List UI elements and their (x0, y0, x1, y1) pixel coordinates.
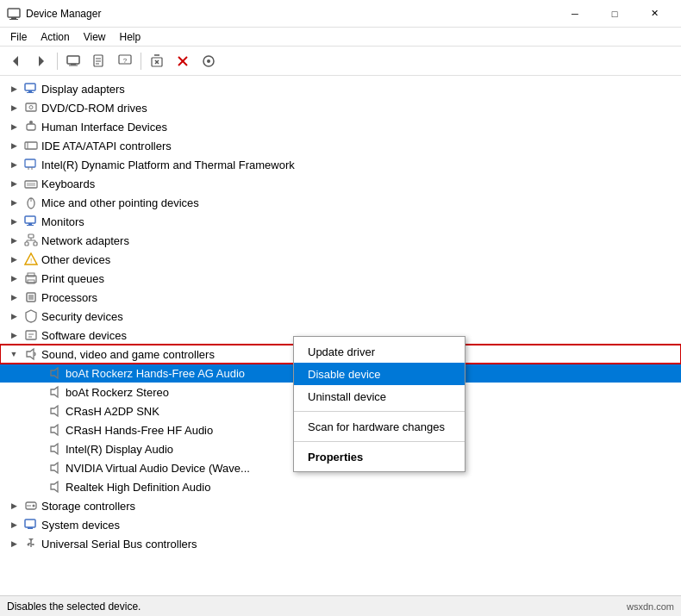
expand-arrow-network-adapters[interactable]: ▶ (7, 233, 21, 247)
svg-rect-70 (25, 520, 35, 527)
app-icon (7, 7, 21, 21)
expand-arrow-print-queues[interactable]: ▶ (7, 271, 21, 285)
expand-arrow-keyboards[interactable]: ▶ (7, 177, 21, 190)
expand-arrow-ide[interactable]: ▶ (7, 139, 21, 152)
ctx-item-update-driver[interactable]: Update driver (294, 340, 465, 363)
svg-marker-63 (51, 425, 58, 435)
scan-button[interactable] (197, 49, 221, 73)
tree-item-ide[interactable]: ▶IDE ATA/ATAPI controllers (0, 136, 681, 155)
expand-arrow-realtek-hd[interactable] (31, 480, 45, 494)
properties-button[interactable] (87, 49, 111, 73)
uninstall-icon-btn[interactable] (145, 49, 169, 73)
expand-arrow-mice[interactable]: ▶ (7, 196, 21, 209)
tree-item-intel-dynamic[interactable]: ▶Intel(R) Dynamic Platform and Thermal F… (0, 155, 681, 174)
tree-label-monitors: Monitors (41, 215, 84, 228)
audio-icon (47, 479, 63, 495)
display-icon (23, 214, 39, 229)
tree-label-intel-dynamic: Intel(R) Dynamic Platform and Thermal Fr… (41, 159, 295, 171)
expand-arrow-boat-stereo[interactable] (31, 385, 45, 399)
svg-rect-22 (25, 84, 35, 90)
tree-item-monitors[interactable]: ▶Monitors (0, 212, 681, 231)
forward-button[interactable] (29, 49, 53, 73)
expand-arrow-other-devices[interactable]: ▶ (7, 252, 21, 266)
expand-arrow-software-devices[interactable]: ▶ (7, 328, 21, 342)
main-area: ▶Display adapters▶DVD/CD-ROM drives▶Huma… (0, 76, 681, 595)
tree-item-keyboards[interactable]: ▶Keyboards (0, 174, 681, 193)
watermark: wsxdn.com (627, 601, 674, 612)
tree-item-mice[interactable]: ▶Mice and other pointing devices (0, 193, 681, 212)
svg-rect-2 (9, 19, 18, 20)
ide-icon (23, 138, 39, 153)
tree-item-print-queues[interactable]: ▶Print queues (0, 269, 681, 288)
tree-item-processors[interactable]: ▶Processors (0, 288, 681, 307)
tree-label-crash-hf: CRasH Hands-Free HF Audio (66, 424, 213, 437)
menu-bar: FileActionViewHelp (0, 28, 681, 47)
svg-marker-61 (51, 387, 58, 397)
svg-marker-66 (51, 482, 58, 492)
expand-arrow-crash-hf[interactable] (31, 423, 45, 437)
tree-item-security-devices[interactable]: ▶Security devices (0, 307, 681, 326)
menu-item-file[interactable]: File (3, 29, 34, 45)
tree-item-system-devices[interactable]: ▶System devices (0, 515, 681, 534)
tree-item-network-adapters[interactable]: ▶Network adapters (0, 231, 681, 250)
expand-arrow-processors[interactable]: ▶ (7, 290, 21, 304)
expand-arrow-usb-controllers[interactable]: ▶ (7, 537, 21, 551)
remove-button[interactable] (171, 49, 195, 73)
tree-label-print-queues: Print queues (41, 272, 104, 285)
tree-item-realtek-hd[interactable]: Realtek High Definition Audio (0, 477, 681, 496)
tree-label-intel-display-audio: Intel(R) Display Audio (66, 443, 173, 456)
tree-item-usb-controllers[interactable]: ▶Universal Serial Bus controllers (0, 534, 681, 553)
svg-rect-25 (26, 103, 36, 111)
svg-rect-42 (28, 234, 34, 238)
tree-item-hid[interactable]: ▶Human Interface Devices (0, 117, 681, 136)
svg-rect-5 (67, 56, 79, 64)
svg-rect-77 (33, 544, 34, 545)
menu-item-action[interactable]: Action (34, 29, 76, 45)
audio-icon (47, 441, 63, 457)
expand-arrow-intel-display-audio[interactable] (31, 442, 45, 456)
close-button[interactable]: ✕ (634, 0, 674, 28)
minimize-button[interactable]: ─ (555, 0, 595, 28)
ctx-item-disable-device[interactable]: Disable device (294, 363, 465, 385)
tree-label-other-devices: Other devices (41, 253, 110, 266)
expand-arrow-intel-dynamic[interactable]: ▶ (7, 158, 21, 171)
svg-marker-73 (28, 538, 34, 541)
ctx-item-scan-hardware[interactable]: Scan for hardware changes (294, 415, 465, 438)
svg-rect-7 (69, 65, 78, 65)
audio-icon (47, 460, 63, 476)
ctx-item-properties[interactable]: Properties (294, 445, 465, 468)
svg-rect-6 (71, 64, 76, 65)
expand-arrow-security-devices[interactable]: ▶ (7, 309, 21, 323)
ctx-item-uninstall-device[interactable]: Uninstall device (294, 385, 465, 408)
tree-item-other-devices[interactable]: ▶!Other devices (0, 250, 681, 269)
expand-arrow-sound-video[interactable]: ▼ (7, 347, 21, 361)
expand-arrow-storage-controllers[interactable]: ▶ (7, 499, 21, 513)
keyboard-icon (23, 176, 39, 191)
cpu-icon (23, 157, 39, 172)
help-button[interactable]: ? (113, 49, 137, 73)
expand-arrow-dvd-drives[interactable]: ▶ (7, 101, 21, 115)
tree-label-keyboards: Keyboards (41, 177, 95, 190)
menu-item-view[interactable]: View (77, 29, 113, 45)
tree-label-boat-stereo: boAt Rockerz Stereo (66, 386, 169, 399)
expand-arrow-display-adapters[interactable]: ▶ (7, 82, 21, 96)
tree-item-storage-controllers[interactable]: ▶Storage controllers (0, 496, 681, 515)
back-button[interactable] (3, 49, 28, 73)
expand-arrow-nvidia-virtual[interactable] (31, 461, 45, 475)
tree-label-hid: Human Interface Devices (41, 121, 167, 134)
status-text: Disables the selected device. (7, 600, 141, 613)
status-bar: Disables the selected device. wsxdn.com (0, 595, 681, 616)
tree-label-storage-controllers: Storage controllers (41, 500, 135, 513)
expand-arrow-hid[interactable]: ▶ (7, 120, 21, 134)
expand-arrow-system-devices[interactable]: ▶ (7, 518, 21, 532)
tree-item-dvd-drives[interactable]: ▶DVD/CD-ROM drives (0, 98, 681, 117)
expand-arrow-monitors[interactable]: ▶ (7, 215, 21, 228)
tree-item-display-adapters[interactable]: ▶Display adapters (0, 79, 681, 98)
maximize-button[interactable]: □ (595, 0, 634, 28)
svg-rect-39 (25, 216, 35, 223)
menu-item-help[interactable]: Help (113, 29, 148, 45)
expand-arrow-boat-handsfree[interactable] (31, 366, 45, 380)
tree-label-dvd-drives: DVD/CD-ROM drives (41, 102, 147, 115)
computer-button[interactable] (61, 49, 85, 73)
expand-arrow-crash-a2dp[interactable] (31, 404, 45, 418)
